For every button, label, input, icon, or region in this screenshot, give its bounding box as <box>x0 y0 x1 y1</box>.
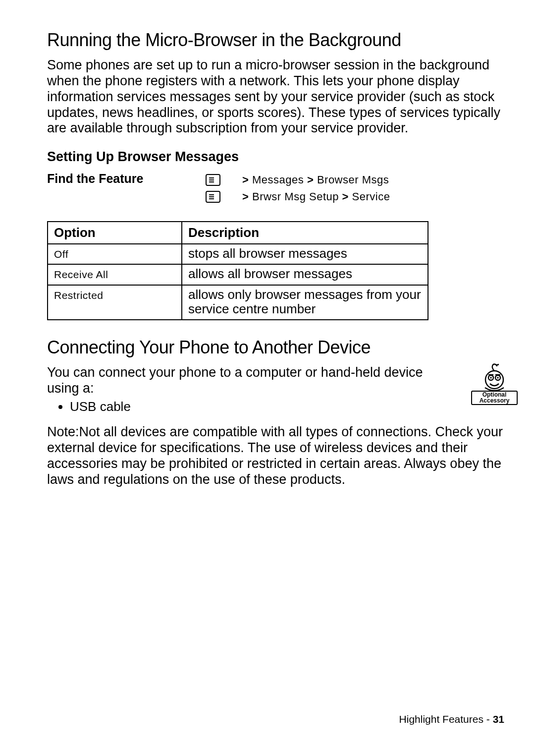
path-segment: Service <box>352 190 390 203</box>
accessory-label-line2: Accessory <box>473 398 516 404</box>
table-cell-description: allows only browser messages from your s… <box>182 285 428 320</box>
path-segment: Messages <box>252 174 304 186</box>
menu-path-1: > Messages > Browser Msgs <box>206 172 508 188</box>
section-lead-connect: You can connect your phone to a computer… <box>47 365 508 397</box>
find-the-feature-label: Find the Feature <box>47 172 206 186</box>
svg-point-4 <box>497 377 498 378</box>
table-cell-option: Off <box>48 244 182 264</box>
chevron: > <box>242 174 249 186</box>
menu-icon <box>206 191 220 203</box>
chevron: > <box>342 190 349 203</box>
table-row: Receive All allows all browser messages <box>48 264 428 285</box>
chevron: > <box>307 174 314 186</box>
table-cell-description: allows all browser messages <box>182 264 428 285</box>
page-footer: Highlight Features - 31 <box>399 713 504 725</box>
page-number: 31 <box>493 713 504 725</box>
optional-accessory-icon: Optional Accessory <box>471 363 518 405</box>
svg-point-3 <box>490 377 491 378</box>
table-cell-option: Receive All <box>48 264 182 285</box>
options-table: Option Description Off stops all browser… <box>47 221 428 320</box>
table-header-option: Option <box>48 222 182 244</box>
menu-path-2: > Brwsr Msg Setup > Service <box>206 188 508 205</box>
table-row: Restricted allows only browser messages … <box>48 285 428 320</box>
find-the-feature-block: Find the Feature > Messages > Browser Ms… <box>47 172 508 205</box>
table-cell-description: stops all browser messages <box>182 244 428 264</box>
footer-text: Highlight Features - <box>399 713 493 725</box>
section-note-connect: Note:Not all devices are compatible with… <box>47 424 508 487</box>
section-heading-browser: Running the Micro-Browser in the Backgro… <box>47 30 508 51</box>
chevron: > <box>242 190 249 203</box>
subsection-heading-setup: Setting Up Browser Messages <box>47 149 508 165</box>
table-cell-option: Restricted <box>48 285 182 320</box>
section-heading-connect: Connecting Your Phone to Another Device <box>47 337 508 358</box>
menu-icon <box>206 174 220 186</box>
path-segment: Browser Msgs <box>317 174 389 186</box>
connection-types-list: USB cable <box>47 399 508 414</box>
path-segment: Brwsr Msg Setup <box>252 190 339 203</box>
section-body-browser: Some phones are set up to run a micro-br… <box>47 58 508 136</box>
table-header-description: Description <box>182 222 428 244</box>
list-item: USB cable <box>70 399 508 414</box>
table-row: Off stops all browser messages <box>48 244 428 264</box>
